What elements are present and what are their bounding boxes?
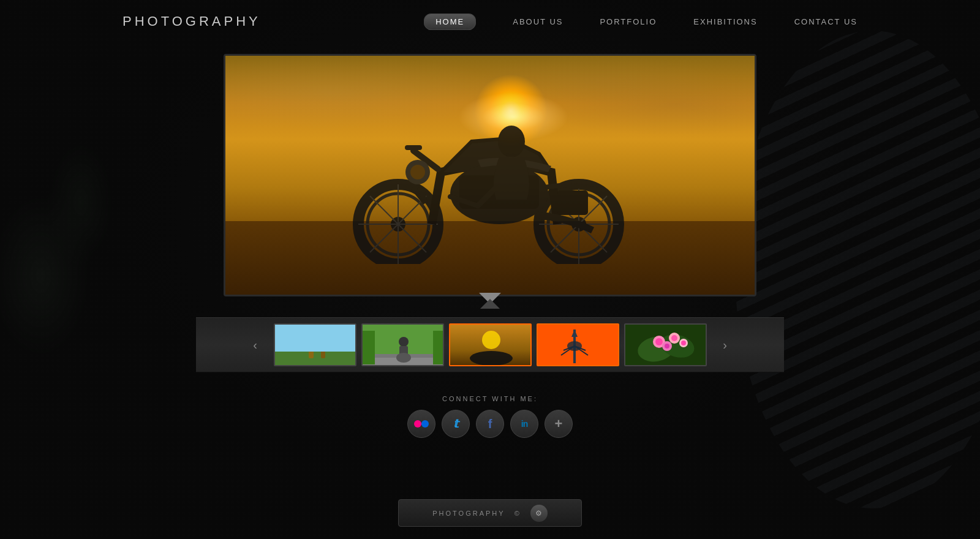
- thumb-5-image: [625, 325, 707, 366]
- next-icon: ›: [723, 338, 727, 352]
- thumbnail-3[interactable]: [449, 323, 532, 366]
- nav-item-home[interactable]: HOME: [424, 16, 476, 27]
- flickr-icon: [414, 420, 429, 428]
- svg-point-61: [665, 344, 669, 349]
- connect-label: CONNECT WITH ME:: [407, 395, 573, 402]
- slider-container: [224, 54, 756, 296]
- flickr-button[interactable]: [407, 410, 435, 438]
- nav-link-home[interactable]: HOME: [424, 13, 476, 30]
- thumb-4-image: [538, 325, 619, 366]
- svg-rect-27: [275, 350, 356, 366]
- thumbnail-4[interactable]: [537, 323, 619, 366]
- svg-rect-25: [557, 190, 588, 215]
- thumb-1-image: [275, 325, 356, 366]
- thumbnail-2[interactable]: [361, 323, 444, 366]
- svg-point-39: [399, 337, 409, 347]
- svg-point-41: [396, 353, 411, 363]
- thumb-2-image: [363, 325, 444, 366]
- nav-links: HOME ABOUT US PORTFOLIO EXHIBITIONS CONT…: [424, 16, 858, 27]
- thumbnail-1[interactable]: [274, 323, 356, 366]
- logo[interactable]: PHOTOGRAPHY: [123, 13, 261, 29]
- more-button[interactable]: +: [545, 410, 573, 438]
- thumbnails-row: [274, 323, 707, 366]
- nav-link-exhibitions[interactable]: EXHIBITIONS: [693, 17, 757, 26]
- social-section: CONNECT WITH ME: 𝕥 f in +: [407, 395, 573, 438]
- svg-point-21: [410, 165, 425, 179]
- prev-icon: ‹: [253, 338, 257, 352]
- prev-button[interactable]: ‹: [243, 333, 268, 357]
- twitter-button[interactable]: 𝕥: [442, 410, 470, 438]
- motorcycle-silhouette: [318, 92, 662, 264]
- footer-logo-text: PHOTOGRAPHY: [432, 510, 505, 517]
- logo-text: PHOTOGRAPHY: [123, 13, 261, 29]
- svg-rect-33: [275, 325, 356, 352]
- footer-copyright: ©: [514, 510, 521, 517]
- nav-link-portfolio[interactable]: PORTFOLIO: [600, 17, 657, 26]
- nav-item-portfolio[interactable]: PORTFOLIO: [600, 16, 657, 27]
- thumbnail-strip: ‹: [196, 317, 784, 372]
- facebook-button[interactable]: f: [476, 410, 504, 438]
- linkedin-button[interactable]: in: [510, 410, 538, 438]
- svg-point-44: [470, 351, 513, 366]
- svg-rect-38: [433, 331, 444, 364]
- strip-triangle: [480, 299, 500, 309]
- next-button[interactable]: ›: [713, 333, 737, 357]
- footer-bar: PHOTOGRAPHY © ⚙: [398, 499, 582, 527]
- page-wrapper: PHOTOGRAPHY HOME ABOUT US PORTFOLIO EXHI…: [0, 0, 980, 539]
- linkedin-icon: in: [521, 419, 527, 429]
- main-image: [225, 56, 755, 295]
- footer-settings-icon[interactable]: ⚙: [530, 505, 548, 522]
- navigation: PHOTOGRAPHY HOME ABOUT US PORTFOLIO EXHI…: [0, 0, 980, 43]
- nav-link-contact[interactable]: CONTACT US: [794, 17, 858, 26]
- thumbnail-5[interactable]: [624, 323, 707, 366]
- thumb-3-image: [450, 325, 532, 366]
- svg-point-63: [681, 341, 686, 345]
- plus-icon: +: [555, 416, 563, 432]
- nav-item-about[interactable]: ABOUT US: [513, 16, 563, 27]
- main-image-canvas: [225, 56, 755, 295]
- facebook-icon: f: [488, 417, 492, 431]
- svg-point-57: [655, 338, 663, 345]
- svg-point-43: [482, 331, 500, 349]
- svg-point-65: [421, 420, 429, 428]
- nav-item-contact[interactable]: CONTACT US: [794, 16, 858, 27]
- svg-rect-37: [363, 331, 375, 364]
- nav-link-about[interactable]: ABOUT US: [513, 17, 563, 26]
- svg-point-64: [414, 420, 421, 428]
- svg-point-22: [498, 126, 525, 157]
- twitter-icon: 𝕥: [453, 417, 458, 431]
- social-icons: 𝕥 f in +: [407, 410, 573, 438]
- svg-point-59: [671, 335, 677, 341]
- nav-item-exhibitions[interactable]: EXHIBITIONS: [693, 16, 757, 27]
